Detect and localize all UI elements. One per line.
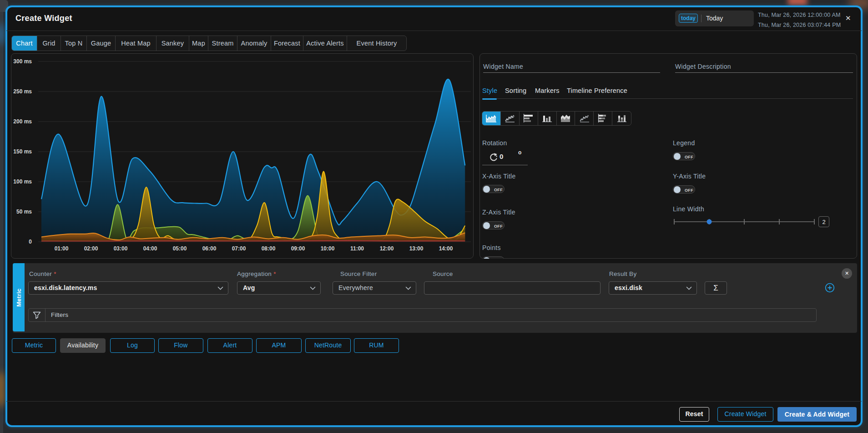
svg-text:04:00: 04:00 [143, 245, 157, 252]
svg-text:13:00: 13:00 [409, 245, 424, 252]
svg-text:10:00: 10:00 [321, 245, 335, 252]
svg-text:100 ms: 100 ms [13, 178, 32, 185]
svg-text:08:00: 08:00 [262, 245, 276, 252]
svg-text:12:00: 12:00 [380, 245, 394, 252]
svg-text:05:00: 05:00 [173, 245, 187, 252]
svg-text:150 ms: 150 ms [13, 148, 32, 155]
svg-text:01:00: 01:00 [55, 245, 69, 252]
svg-text:09:00: 09:00 [291, 245, 305, 252]
svg-text:200 ms: 200 ms [13, 118, 32, 125]
svg-text:0: 0 [29, 239, 32, 245]
svg-text:300 ms: 300 ms [13, 58, 32, 65]
svg-text:06:00: 06:00 [202, 245, 217, 252]
svg-text:50 ms: 50 ms [16, 209, 32, 215]
svg-text:02:00: 02:00 [84, 245, 98, 252]
svg-text:14:00: 14:00 [439, 245, 453, 252]
svg-text:250 ms: 250 ms [13, 88, 32, 95]
svg-text:03:00: 03:00 [114, 245, 128, 252]
svg-text:07:00: 07:00 [232, 245, 246, 252]
svg-text:11:00: 11:00 [350, 245, 364, 252]
